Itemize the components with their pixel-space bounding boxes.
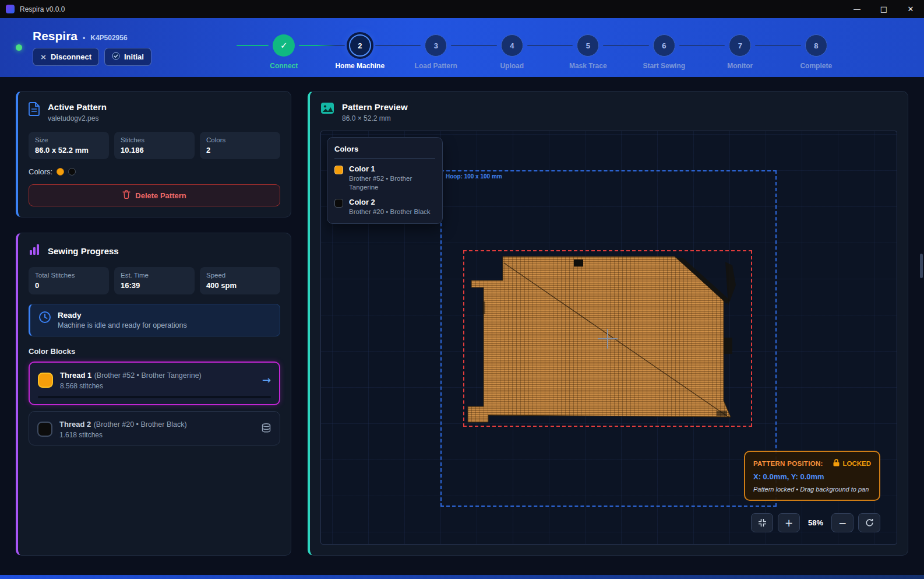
stat-speed: Speed 400 spm xyxy=(200,267,280,294)
thread-1-progress-bar xyxy=(38,396,271,398)
reset-view-button[interactable] xyxy=(858,513,880,532)
thread-block-1[interactable]: Thread 1 (Brother #52 • Brother Tangerin… xyxy=(29,362,280,405)
thread-1-swatch xyxy=(38,373,53,388)
file-icon xyxy=(29,102,40,118)
thread-block-2[interactable]: Thread 2 (Brother #20 • Brother Black) 1… xyxy=(29,411,280,445)
active-pattern-title: Active Pattern xyxy=(48,102,107,112)
workflow-stepper: ✓ Connect 2 Home Machine 3 Load Pattern … xyxy=(246,29,854,70)
machine-status-box: Ready Machine is idle and ready for oper… xyxy=(29,304,280,336)
legend-item-color-2: Color 2 Brother #20 • Brother Black xyxy=(334,198,435,216)
delete-pattern-button[interactable]: Delete Pattern xyxy=(29,184,280,206)
titlebar: Respira v0.0.0 — □ ✕ xyxy=(0,0,924,18)
stat-colors: Colors 2 xyxy=(200,132,280,159)
stat-est-time: Est. Time 16:39 xyxy=(114,267,195,294)
app-header: Respira • K4P502956 × Disconnect Initial xyxy=(0,18,924,77)
left-column: Active Pattern valetudogv2.pes Size 86.0… xyxy=(16,91,291,556)
step-connect[interactable]: ✓ Connect xyxy=(246,29,322,70)
step-upload-circle: 4 xyxy=(501,34,523,57)
hoop-label: Hoop: 100 x 100 mm xyxy=(446,173,502,180)
position-hint: Pattern locked • Drag background to pan xyxy=(753,486,871,493)
main-content: Active Pattern valetudogv2.pes Size 86.0… xyxy=(0,77,924,556)
serial-separator: • xyxy=(83,34,85,42)
zoom-controls: + 58% − xyxy=(751,513,880,532)
color-swatch-black xyxy=(68,168,76,176)
thread-2-swatch xyxy=(37,422,52,437)
check-icon: ✓ xyxy=(280,40,288,51)
step-load-pattern-circle: 3 xyxy=(425,34,447,57)
status-title: Ready xyxy=(58,311,187,320)
step-monitor-circle: 7 xyxy=(729,34,751,57)
legend-swatch-black xyxy=(334,199,343,208)
pattern-filename: valetudogv2.pes xyxy=(48,114,107,122)
step-mask-trace[interactable]: 5 Mask Trace xyxy=(550,29,626,70)
image-icon xyxy=(320,102,334,117)
color-blocks-label: Color Blocks xyxy=(29,347,280,356)
step-home-machine-circle: 2 xyxy=(349,34,371,57)
crosshair-icon xyxy=(607,329,608,349)
lock-icon xyxy=(833,459,840,468)
connection-status-dot xyxy=(16,44,22,51)
vertical-scrollbar[interactable] xyxy=(920,254,923,278)
step-complete[interactable]: 8 Complete xyxy=(778,29,855,70)
clock-icon xyxy=(38,311,51,329)
check-circle-icon xyxy=(112,52,120,62)
bar-chart-icon xyxy=(29,244,40,258)
step-complete-circle: 8 xyxy=(805,34,827,57)
header-left: Respira • K4P502956 × Disconnect Initial xyxy=(16,29,246,66)
stat-stitches: Stitches 10.186 xyxy=(114,132,195,159)
close-button[interactable]: ✕ xyxy=(897,0,924,18)
app-name: Respira xyxy=(33,29,77,43)
active-pattern-panel: Active Pattern valetudogv2.pes Size 86.0… xyxy=(16,91,291,217)
window-title: Respira v0.0.0 xyxy=(20,5,65,13)
preview-canvas[interactable]: Colors Color 1 Brother #52 • Brother Tan… xyxy=(320,131,897,545)
stat-total-stitches: Total Stitches 0 xyxy=(29,267,109,294)
color-swatch-orange xyxy=(57,168,64,176)
brand-block: Respira • K4P502956 × Disconnect Initial xyxy=(33,29,151,66)
maximize-button[interactable]: □ xyxy=(870,0,897,18)
legend-item-color-1: Color 1 Brother #52 • Brother Tangerine xyxy=(334,164,435,192)
minimize-button[interactable]: — xyxy=(844,0,870,18)
step-home-machine[interactable]: 2 Home Machine xyxy=(322,29,398,70)
pattern-preview-panel: Pattern Preview 86.0 × 52.2 mm Colors Co… xyxy=(308,91,908,556)
zoom-out-button[interactable]: − xyxy=(831,513,854,532)
disconnect-button[interactable]: × Disconnect xyxy=(33,48,99,66)
layers-icon xyxy=(261,423,271,436)
step-load-pattern[interactable]: 3 Load Pattern xyxy=(398,29,474,70)
step-start-sewing[interactable]: 6 Start Sewing xyxy=(626,29,703,70)
stat-size: Size 86.0 x 52.2 mm xyxy=(29,132,109,159)
colors-legend: Colors Color 1 Brother #52 • Brother Tan… xyxy=(327,137,443,224)
close-icon: × xyxy=(40,52,47,61)
pattern-preview-title: Pattern Preview xyxy=(342,102,408,112)
zoom-level: 58% xyxy=(805,518,827,527)
locked-badge[interactable]: LOCKED xyxy=(833,459,871,468)
step-monitor[interactable]: 7 Monitor xyxy=(702,29,778,70)
initial-button[interactable]: Initial xyxy=(104,48,151,66)
step-mask-trace-circle: 5 xyxy=(577,34,599,57)
machine-serial: K4P502956 xyxy=(90,34,127,42)
step-upload[interactable]: 4 Upload xyxy=(474,29,551,70)
arrow-right-icon: → xyxy=(262,374,271,386)
legend-swatch-orange xyxy=(334,166,343,174)
step-start-sewing-circle: 6 xyxy=(653,34,675,57)
sewing-progress-panel: Sewing Progress Total Stitches 0 Est. Ti… xyxy=(16,233,291,556)
pattern-dimensions: 86.0 × 52.2 mm xyxy=(342,114,408,122)
pattern-position-box: PATTERN POSITION: LOCKED X: 0.0mm, Y: 0.… xyxy=(744,451,880,501)
zoom-in-button[interactable]: + xyxy=(778,513,800,532)
legend-title: Colors xyxy=(334,145,435,159)
position-coordinates: X: 0.0mm, Y: 0.0mm xyxy=(753,472,871,481)
status-text: Machine is idle and ready for operations xyxy=(58,321,187,329)
step-connect-circle: ✓ xyxy=(273,34,295,57)
fit-to-screen-button[interactable] xyxy=(751,513,773,532)
trash-icon xyxy=(122,190,131,201)
bottom-accent-bar xyxy=(0,575,924,579)
position-title: PATTERN POSITION: xyxy=(753,460,823,467)
pattern-colors-row: Colors: xyxy=(29,167,280,176)
app-icon xyxy=(6,5,15,13)
sewing-progress-title: Sewing Progress xyxy=(48,246,119,256)
